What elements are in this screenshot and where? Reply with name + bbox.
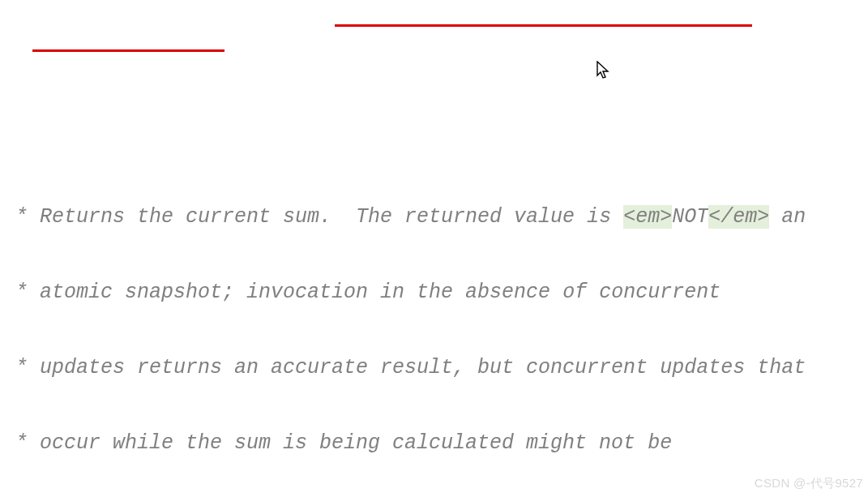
javadoc-line: * occur while the sum is being calculate… bbox=[0, 431, 868, 456]
red-underline-1 bbox=[335, 24, 752, 27]
em-open-tag: <em> bbox=[623, 205, 672, 229]
comment-text: * Returns the current sum. bbox=[3, 205, 356, 229]
em-close-tag: </em> bbox=[708, 205, 769, 229]
not-text: NOT bbox=[672, 205, 708, 229]
comment-text: * bbox=[3, 281, 40, 304]
comment-text: invocation in the absence of concurrent bbox=[234, 281, 720, 304]
comment-underlined: The returned value is bbox=[356, 205, 623, 229]
comment-text: an bbox=[769, 205, 806, 229]
comment-text: * updates returns an accurate result, bu… bbox=[3, 356, 806, 379]
javadoc-line: * Returns the current sum. The returned … bbox=[0, 204, 868, 229]
javadoc-line: * atomic snapshot; invocation in the abs… bbox=[0, 280, 868, 305]
code-editor: * Returns the current sum. The returned … bbox=[0, 0, 868, 497]
red-underline-2 bbox=[32, 49, 224, 52]
current-line-highlight bbox=[0, 306, 786, 329]
watermark-text: CSDN @-代号9527 bbox=[755, 470, 863, 495]
javadoc-line: * updates returns an accurate result, bu… bbox=[0, 355, 868, 380]
comment-text: * occur while the sum is being calculate… bbox=[3, 431, 672, 455]
comment-underlined: atomic snapshot; bbox=[40, 281, 234, 304]
